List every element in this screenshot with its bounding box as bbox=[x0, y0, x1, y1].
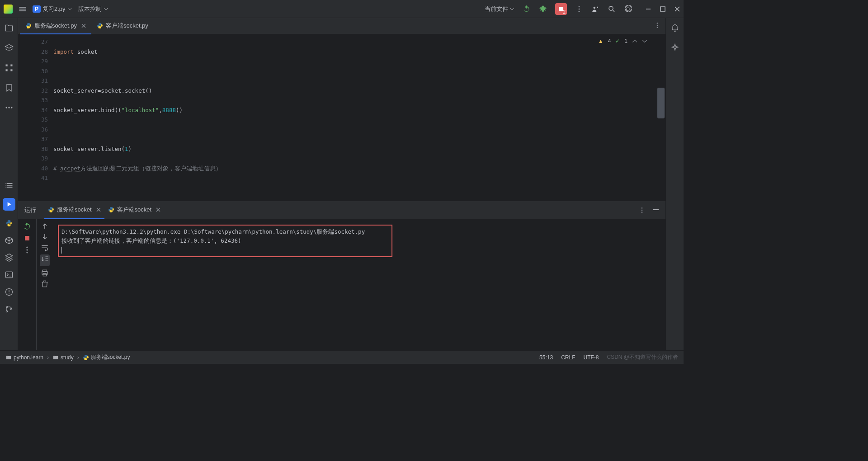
bookmark-tool-icon[interactable] bbox=[5, 83, 14, 92]
svg-rect-7 bbox=[5, 65, 7, 66]
svg-rect-10 bbox=[10, 69, 12, 71]
svg-point-31 bbox=[10, 308, 12, 310]
hide-panel-icon[interactable] bbox=[653, 207, 659, 213]
close-run-tab-icon[interactable] bbox=[96, 207, 101, 212]
close-run-tab-icon[interactable] bbox=[156, 207, 160, 212]
chevron-up-icon[interactable] bbox=[632, 38, 637, 44]
down-arrow-icon[interactable] bbox=[41, 233, 49, 241]
ai-assistant-icon[interactable] bbox=[670, 43, 679, 52]
status-bar: python.learn › study › 服务端socket.py 55:1… bbox=[0, 350, 684, 364]
editor-tab[interactable]: 客户端socket.py bbox=[91, 18, 154, 34]
file-encoding[interactable]: UTF-8 bbox=[583, 354, 599, 361]
more-actions-icon[interactable] bbox=[575, 5, 583, 13]
code-body[interactable]: import socket socket_server=socket.socke… bbox=[53, 34, 665, 201]
breadcrumb[interactable]: 服务端socket.py bbox=[83, 353, 130, 361]
run-actions-more-icon[interactable] bbox=[23, 245, 32, 254]
run-panel-title: 运行 bbox=[24, 206, 36, 214]
close-tab-icon[interactable] bbox=[81, 24, 86, 28]
run-panel: 运行 服务端socket 客户端socket bbox=[18, 201, 665, 350]
svg-point-13 bbox=[11, 107, 12, 108]
editor-tabs: 服务端socket.py 客户端socket.py bbox=[18, 18, 665, 34]
chevron-down-icon[interactable] bbox=[67, 7, 72, 11]
search-icon[interactable] bbox=[608, 5, 616, 13]
title-bar: P 复习2.py 版本控制 当前文件 2 bbox=[0, 0, 684, 18]
python-file-icon bbox=[83, 354, 89, 361]
svg-point-4 bbox=[594, 6, 596, 9]
watermark: CSDN @不知道写什么的作者 bbox=[607, 353, 678, 361]
svg-rect-6 bbox=[660, 7, 665, 11]
svg-rect-8 bbox=[5, 69, 7, 71]
debug-icon[interactable] bbox=[539, 5, 547, 13]
settings-icon[interactable] bbox=[624, 5, 632, 13]
stop-icon[interactable] bbox=[23, 234, 32, 243]
svg-point-18 bbox=[642, 209, 643, 211]
vcs-menu[interactable]: 版本控制 bbox=[78, 5, 108, 13]
python-file-icon bbox=[25, 23, 32, 29]
svg-point-17 bbox=[642, 207, 643, 209]
svg-point-5 bbox=[609, 6, 613, 10]
tab-label: 客户端socket.py bbox=[106, 22, 148, 30]
svg-point-29 bbox=[6, 306, 7, 307]
rerun-icon[interactable] bbox=[523, 5, 531, 13]
hamburger-menu-icon[interactable] bbox=[18, 5, 27, 14]
trash-icon[interactable] bbox=[41, 280, 49, 288]
run-tool-icon[interactable] bbox=[3, 198, 15, 211]
folder-icon bbox=[52, 354, 59, 361]
svg-point-2 bbox=[579, 8, 580, 9]
svg-point-12 bbox=[8, 107, 9, 108]
editor-scrollbar[interactable] bbox=[656, 34, 665, 201]
code-editor[interactable]: 272829303132333435363738394041 import so… bbox=[18, 34, 665, 201]
svg-rect-27 bbox=[6, 272, 13, 278]
cursor-position[interactable]: 55:13 bbox=[539, 354, 553, 361]
todo-tool-icon[interactable] bbox=[5, 181, 14, 190]
minimize-icon[interactable] bbox=[646, 6, 651, 12]
editor-tab[interactable]: 服务端socket.py bbox=[20, 18, 91, 34]
stop-button[interactable]: 2 bbox=[555, 3, 567, 15]
svg-point-16 bbox=[657, 27, 658, 28]
soft-wrap-icon[interactable] bbox=[41, 244, 49, 252]
breadcrumb[interactable]: study bbox=[52, 354, 74, 361]
up-arrow-icon[interactable] bbox=[41, 222, 49, 230]
console-output[interactable]: D:\Software\python3.12.2\python.exe D:\S… bbox=[52, 219, 665, 350]
current-file-name[interactable]: 复习2.py bbox=[42, 5, 66, 13]
structure-tool-icon[interactable] bbox=[5, 63, 14, 72]
tab-label: 服务端socket.py bbox=[34, 22, 77, 30]
problems-tool-icon[interactable] bbox=[5, 287, 14, 296]
scroll-to-end-icon[interactable] bbox=[41, 255, 49, 263]
tabs-more-icon[interactable] bbox=[654, 22, 661, 29]
run-config-selector[interactable]: 当前文件 bbox=[485, 5, 514, 13]
python-file-icon bbox=[48, 207, 54, 213]
breadcrumb[interactable]: python.learn bbox=[5, 354, 43, 361]
services-tool-icon[interactable] bbox=[5, 236, 14, 245]
notifications-icon[interactable] bbox=[670, 24, 679, 33]
run-tab[interactable]: 客户端socket bbox=[104, 201, 165, 219]
print-icon[interactable] bbox=[41, 269, 49, 277]
svg-rect-26 bbox=[43, 274, 47, 276]
line-separator[interactable]: CRLF bbox=[561, 354, 575, 361]
project-tool-icon[interactable] bbox=[5, 24, 14, 33]
close-window-icon[interactable] bbox=[675, 6, 680, 12]
vcs-tool-icon[interactable] bbox=[5, 305, 14, 314]
problems-widget[interactable]: ▲4 ✓1 bbox=[598, 38, 647, 44]
svg-point-19 bbox=[642, 212, 643, 213]
maximize-icon[interactable] bbox=[660, 6, 665, 12]
code-with-me-icon[interactable] bbox=[591, 5, 599, 13]
svg-point-14 bbox=[657, 23, 658, 24]
rerun-icon[interactable] bbox=[23, 222, 32, 231]
svg-rect-20 bbox=[25, 236, 29, 240]
svg-point-11 bbox=[5, 107, 7, 108]
run-more-icon[interactable] bbox=[638, 207, 646, 214]
pycharm-logo-icon bbox=[4, 5, 13, 14]
debug-tool-icon[interactable] bbox=[5, 253, 14, 262]
svg-point-22 bbox=[26, 249, 28, 250]
run-tab[interactable]: 服务端socket bbox=[44, 201, 104, 219]
svg-point-15 bbox=[657, 24, 658, 26]
svg-point-21 bbox=[26, 247, 28, 248]
learn-tool-icon[interactable] bbox=[5, 43, 14, 52]
more-tools-icon[interactable] bbox=[5, 103, 14, 112]
chevron-down-icon[interactable] bbox=[642, 38, 647, 44]
terminal-tool-icon[interactable] bbox=[5, 270, 14, 279]
python-console-icon[interactable] bbox=[5, 219, 14, 228]
warning-icon: ▲ bbox=[598, 38, 604, 44]
project-badge: P bbox=[33, 5, 41, 13]
